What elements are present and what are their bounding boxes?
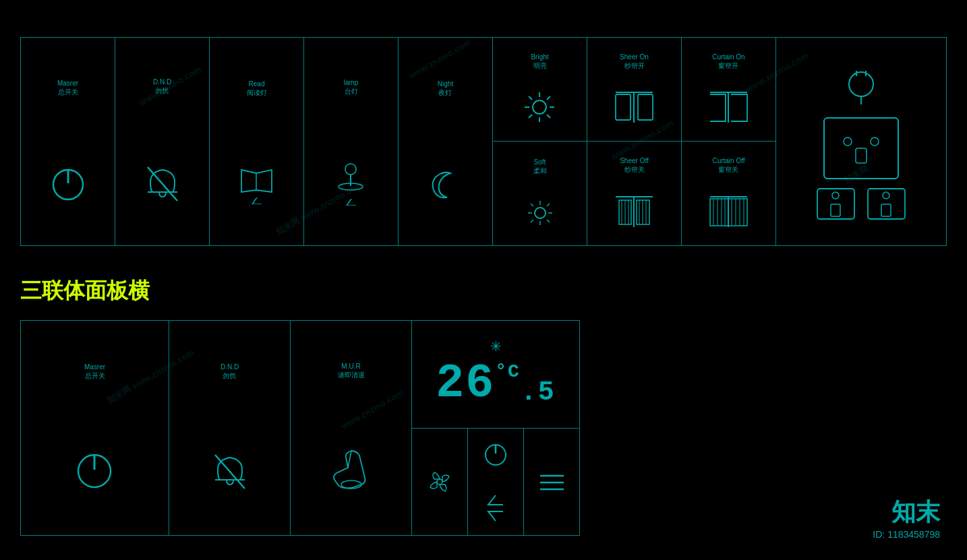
svg-point-62 [883,192,889,199]
brightness-high-icon [521,89,558,126]
bc-mur-label: M.U.R 请即清退 [338,362,365,379]
sheer-on-label: Sheer On 纱帘开 [620,53,649,70]
svg-line-3 [148,167,177,201]
svg-rect-63 [881,204,891,216]
svg-line-67 [215,455,245,489]
svg-point-56 [871,137,879,146]
svg-line-14 [547,115,550,118]
lamp-arrow-icon [345,199,358,206]
night-label: Night 夜灯 [438,80,453,97]
svg-line-16 [529,115,532,118]
snowflake-icon: ✳ [490,338,502,354]
svg-rect-28 [638,94,653,120]
svg-point-55 [844,137,852,146]
cell-master[interactable]: Masrer 总开关 [21,38,115,245]
thermo-down-icon [486,510,506,522]
svg-point-8 [533,100,546,114]
soft-label: Soft 柔和 [533,158,547,175]
thermo-power-icon [482,441,509,468]
bc-dnd-label: D.N.D 勿扰 [221,363,239,380]
section-title: 三联体面板横 [20,276,150,306]
curtain-close-icon [707,193,751,230]
read-label: Read 阅读灯 [247,80,267,97]
socket-cell[interactable] [776,38,946,245]
thermo-display: ✳ 26°C .5 [412,321,579,429]
thermostat-section: ✳ 26°C .5 [412,321,579,535]
svg-line-13 [529,96,532,100]
sheer-close-icon [612,193,656,230]
bottom-panel: Masrer 总开关 D.N.D 勿扰 M.U.R 请即清退 [20,320,580,536]
bc-master[interactable]: Masrer 总开关 [21,321,169,535]
curtain-off-cell[interactable]: Curtain Off 窗帘关 [682,142,775,245]
svg-line-23 [547,220,550,222]
svg-point-50 [849,72,873,96]
svg-line-68 [348,451,351,468]
sheer-off-cell[interactable]: Sheer Off 纱帘关 [587,142,681,245]
bright-label: Bright 明亮 [531,53,548,70]
curtain-off-label: Curtain Off 窗帘关 [712,156,744,174]
svg-rect-27 [616,94,631,120]
svg-point-17 [535,208,546,218]
curtain-container: Curtain On 窗帘开 Curtain Off 窗帘关 [682,38,776,245]
dnd-label: D.N.D 勿扰 [153,77,171,95]
book-icon [238,166,275,195]
thermo-up-icon [486,494,506,506]
svg-point-59 [832,192,839,199]
curtain-on-cell[interactable]: Curtain On 窗帘开 [682,38,775,142]
cell-night[interactable]: Night 夜灯 [399,38,493,245]
thermo-power-control[interactable] [468,429,524,535]
brand-name: 知末 [873,496,940,529]
sheer-on-cell[interactable]: Sheer On 纱帘开 [587,38,681,142]
desk-lamp-icon [332,162,370,196]
socket-icon [811,57,912,226]
bc-dnd[interactable]: D.N.D 勿扰 [169,321,291,535]
svg-point-70 [437,479,442,485]
master-label: Masrer 总开关 [57,79,78,96]
top-panel: Masrer 总开关 D.N.D 勿扰 Read 阅读灯 [20,37,947,246]
sheer-open-icon [612,89,656,126]
fan-control[interactable] [412,429,468,535]
svg-line-15 [547,96,550,100]
curtain-on-label: Curtain On 窗帘开 [712,53,744,70]
bc-bell-off-icon [210,449,250,493]
bc-mur[interactable]: M.U.R 请即清退 [291,321,412,535]
cell-dnd[interactable]: D.N.D 勿扰 [115,38,210,245]
svg-line-24 [547,204,550,206]
brightness-low-icon [524,197,556,229]
soft-cell[interactable]: Soft 柔和 [493,142,587,245]
bc-power-icon [73,449,117,493]
bc-master-label: Masrer 总开关 [84,363,105,380]
svg-point-5 [345,164,356,175]
up-down-arrows-icon [250,197,264,204]
cell-read[interactable]: Read 阅读灯 [210,38,304,245]
curtain-open-icon [707,89,751,126]
bell-off-icon [142,162,183,206]
svg-line-22 [531,204,533,206]
menu-icon [537,470,567,494]
brand-id: ID: 1183458798 [873,529,940,540]
bright-cell[interactable]: Bright 明亮 [493,38,587,142]
lamp-label: lamp 台灯 [344,78,359,96]
power-icon [48,164,88,205]
bright-soft-container: Bright 明亮 Soft 柔和 [493,38,587,245]
cell-lamp[interactable]: lamp 台灯 [304,38,399,245]
fan-icon [425,467,455,497]
svg-rect-60 [831,204,840,216]
sheer-off-label: Sheer Off 纱帘关 [620,156,649,174]
svg-rect-57 [856,148,867,163]
svg-line-25 [531,220,533,222]
thermo-menu-control[interactable] [524,429,579,535]
thermo-controls [412,429,579,535]
brand-section: 知末 ID: 1183458798 [873,496,940,540]
vacuum-icon [331,447,372,495]
moon-icon [427,166,464,204]
sheer-container: Sheer On 纱帘开 Sheer Off 纱帘关 [587,38,682,245]
temperature-display: 26°C .5 [436,357,556,410]
